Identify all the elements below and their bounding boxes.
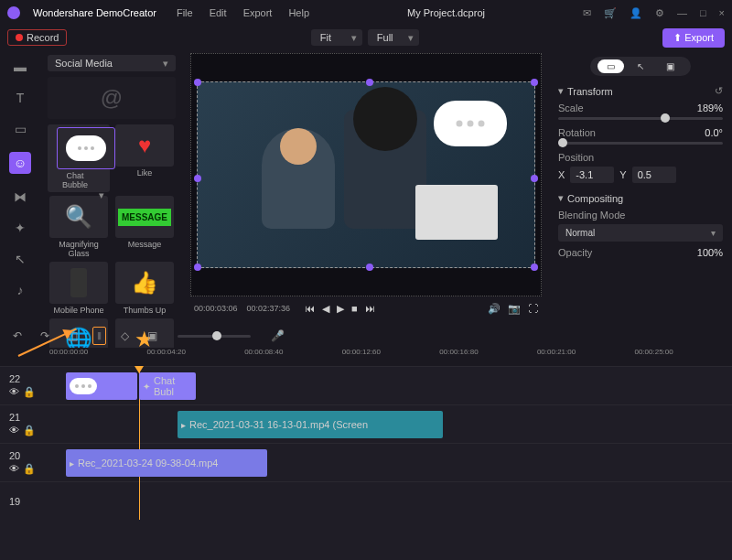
reset-transform-icon[interactable]: ↺ [715,85,723,97]
menu-edit[interactable]: Edit [210,7,227,18]
group-icon[interactable]: ▣ [144,328,161,344]
asset-chat-bubble[interactable]: Chat Bubble [48,124,110,192]
clip-bubble-1[interactable] [66,372,137,400]
app-name: Wondershare DemoCreator [33,7,156,18]
effects-icon[interactable]: ✦ [12,220,28,236]
menu-export[interactable]: Export [243,7,273,18]
section-compositing[interactable]: Compositing [567,193,623,204]
cursor-icon[interactable]: ↖ [12,251,28,267]
opacity-value: 100% [697,247,723,258]
library-icon[interactable]: ▬ [12,59,28,75]
selected-clip-frame[interactable] [197,81,535,268]
marker-icon[interactable]: ◇ [117,328,133,344]
play-icon[interactable]: ▶ [337,303,344,315]
close-icon[interactable]: × [719,7,725,19]
asset-category-select[interactable]: Social Media [48,55,176,71]
preview-canvas[interactable] [190,53,542,296]
section-transform[interactable]: Transform [567,86,613,97]
scale-slider[interactable] [558,117,723,120]
prev-frame-icon[interactable]: ⏮ [305,303,315,315]
position-x-input[interactable] [570,167,614,183]
sticker-icon[interactable]: ☺ [9,152,31,174]
snapshot-icon[interactable]: 📷 [508,303,521,315]
tab-cursor[interactable]: ↖ [628,59,653,73]
maximize-icon[interactable]: □ [700,7,706,19]
position-y-input[interactable] [632,167,676,183]
app-logo [7,6,20,19]
clip-rec-1[interactable]: ▸Rec_2021-03-31 16-13-01.mp4 (Screen [178,411,443,438]
chat-bubble-overlay[interactable] [434,101,507,146]
split-icon[interactable]: ⦀ [92,327,106,345]
stop-icon[interactable]: ■ [351,303,358,315]
total-time: 00:02:37:36 [247,304,291,313]
rotation-slider[interactable] [558,142,723,145]
next-frame-icon[interactable]: ⏭ [365,303,375,315]
transition-icon[interactable]: ⧓ [12,188,28,205]
tab-video[interactable]: ▭ [597,59,624,73]
export-button[interactable]: ⬆ Export [662,28,725,48]
text-icon[interactable]: T [12,90,28,106]
menu-file[interactable]: File [177,7,193,18]
user-icon[interactable]: 👤 [630,7,642,19]
current-time: 00:00:03:06 [194,304,238,313]
blend-mode-select[interactable]: Normal [558,224,723,242]
asset-thumbs-up[interactable]: 👍Thumbs Up [113,262,176,315]
asset-message[interactable]: MESSAGEMessage [113,196,176,258]
undo-icon[interactable]: ↶ [9,328,26,344]
minimize-icon[interactable]: — [677,7,687,19]
step-back-icon[interactable]: ◀ [322,303,329,315]
full-select[interactable]: Full [368,29,419,46]
zoom-slider[interactable] [178,335,251,338]
cart-icon[interactable]: 🛒 [604,7,617,19]
asset-magnifying-glass[interactable]: 🔍Magnifying Glass [48,196,110,258]
tab-mask[interactable]: ▣ [657,59,684,73]
clip-rec-2[interactable]: ▸Rec_2021-03-24 09-38-04.mp4 [66,449,267,477]
asset-mobile-phone[interactable]: Mobile Phone [48,262,110,315]
audio-icon[interactable]: ♪ [12,282,28,298]
lock-icon[interactable]: 🔒 [23,386,36,398]
fit-select[interactable]: Fit [311,29,362,46]
project-name: My Project.dcproj [407,7,485,18]
scale-value: 189% [697,102,723,113]
visibility-icon[interactable]: 👁 [9,386,19,398]
annotation-icon[interactable]: ▭ [12,121,28,137]
asset-like[interactable]: ♥Like [113,124,176,192]
clip-bubble-2[interactable]: ✦Chat Bubl [139,372,196,400]
volume-icon[interactable]: 🔊 [488,303,501,315]
rotation-value: 0.0° [705,127,723,138]
mail-icon[interactable]: ✉ [583,7,591,19]
fullscreen-icon[interactable]: ⛶ [528,303,538,315]
menu-help[interactable]: Help [288,7,309,18]
mic-icon[interactable]: 🎤 [267,328,288,344]
timeline-ruler[interactable]: 00:00:00:0000:00:04:2000:00:08:4000:00:1… [0,348,732,366]
record-button[interactable]: Record [7,29,67,46]
settings-icon[interactable]: ⚙ [655,7,664,19]
